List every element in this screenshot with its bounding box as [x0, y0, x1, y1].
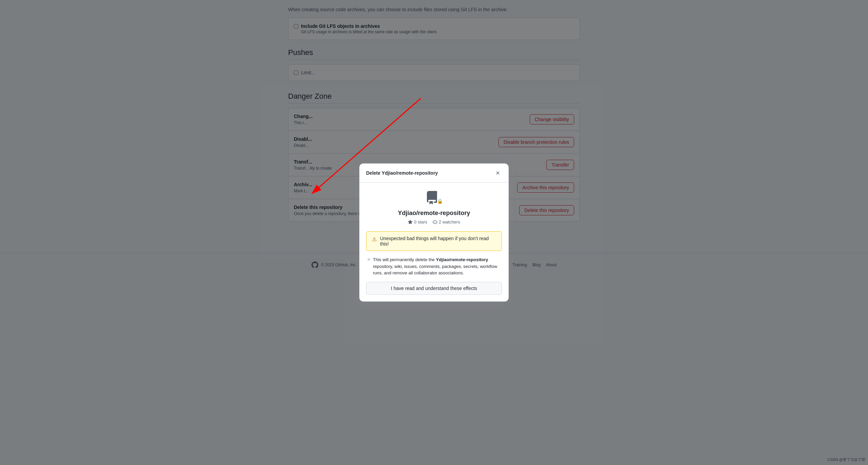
modal-desc-text: This will permanently delete the Ydjiao/…	[373, 256, 501, 276]
modal-repo-stats: 0 stars 2 watchers	[366, 219, 502, 225]
stars-count: 0 stars	[414, 219, 427, 225]
bullet-dot	[367, 258, 370, 261]
modal-header: Delete Ydjiao/remote-repository	[359, 163, 509, 183]
warning-icon: ⚠	[372, 236, 377, 243]
modal-body: 🔒 Ydjiao/remote-repository 0 stars 2 wat…	[359, 183, 509, 302]
modal-repo-name: Ydjiao/remote-repository	[366, 210, 502, 217]
modal-title: Delete Ydjiao/remote-repository	[366, 170, 438, 176]
watchers-count: 2 watchers	[439, 219, 460, 225]
close-icon	[495, 170, 501, 176]
repo-icon: 🔒	[366, 191, 502, 206]
delete-modal: Delete Ydjiao/remote-repository 🔒 Ydjiao…	[359, 163, 509, 302]
warning-text: Unexpected bad things will happen if you…	[380, 236, 496, 247]
modal-description: This will permanently delete the Ydjiao/…	[366, 256, 502, 276]
warning-box: ⚠ Unexpected bad things will happen if y…	[366, 231, 502, 251]
star-icon	[408, 220, 413, 225]
modal-overlay[interactable]: Delete Ydjiao/remote-repository 🔒 Ydjiao…	[0, 0, 868, 465]
modal-close-button[interactable]	[494, 169, 502, 177]
modal-confirm-button[interactable]: I have read and understand these effects	[366, 282, 502, 295]
watchers-stat: 2 watchers	[433, 219, 460, 225]
eye-icon	[433, 220, 437, 225]
stars-stat: 0 stars	[408, 219, 427, 225]
